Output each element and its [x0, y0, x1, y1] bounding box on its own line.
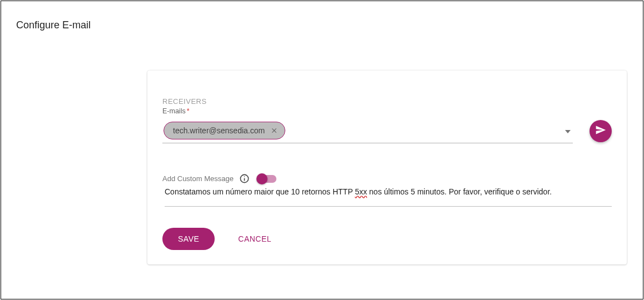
configure-email-card: RECEIVERS E-mails* tech.writer@sensedia.… — [147, 71, 627, 264]
emails-field-label-text: E-mails — [162, 107, 186, 115]
add-custom-message-label: Add Custom Message — [162, 174, 234, 183]
custom-message-text-spell: 5xx — [355, 187, 367, 196]
cancel-button[interactable]: CANCEL — [238, 234, 271, 243]
info-icon[interactable] — [239, 173, 250, 184]
svg-point-2 — [244, 176, 245, 177]
custom-message-text-pre: Constatamos um número maior que 10 retor… — [165, 187, 355, 196]
custom-message-input[interactable]: Constatamos um número maior que 10 retor… — [165, 187, 612, 207]
email-chip[interactable]: tech.writer@sensedia.com — [164, 122, 285, 139]
close-icon[interactable] — [269, 126, 279, 136]
required-indicator: * — [187, 107, 190, 115]
page-title: Configure E-mail — [16, 19, 91, 31]
save-button[interactable]: SAVE — [162, 228, 215, 250]
emails-field-label: E-mails* — [162, 107, 612, 115]
send-icon — [595, 124, 606, 137]
chevron-down-icon[interactable] — [565, 126, 571, 136]
send-button[interactable] — [589, 120, 612, 142]
custom-message-text-post: nos últimos 5 minutos. Por favor, verifi… — [367, 187, 552, 196]
add-custom-message-toggle[interactable] — [257, 174, 276, 183]
receivers-section-label: RECEIVERS — [162, 97, 612, 106]
emails-input[interactable]: tech.writer@sensedia.com — [162, 118, 573, 143]
email-chip-label: tech.writer@sensedia.com — [173, 126, 265, 135]
